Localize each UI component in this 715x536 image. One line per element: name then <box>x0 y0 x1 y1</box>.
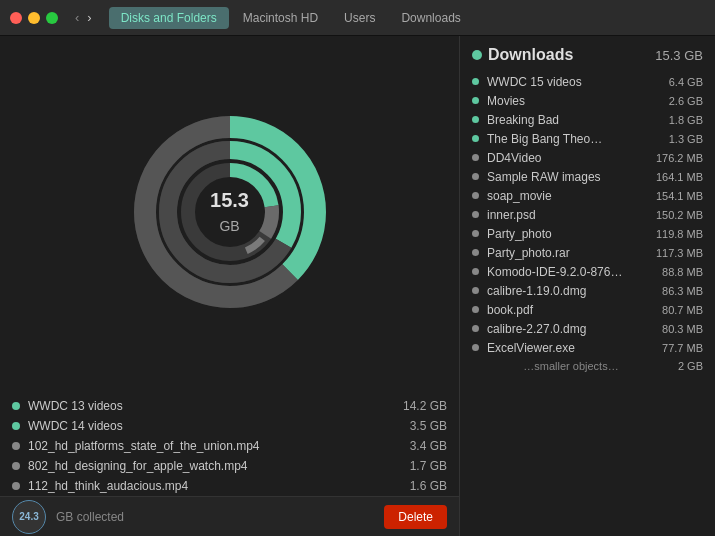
maximize-button[interactable] <box>46 12 58 24</box>
nav-arrows: ‹ › <box>72 10 95 25</box>
right-item-list: WWDC 15 videos 6.4 GB Movies 2.6 GB Brea… <box>472 72 703 375</box>
right-list-item[interactable]: calibre-2.27.0.dmg 80.3 MB <box>472 319 703 338</box>
list-item[interactable]: WWDC 14 videos 3.5 GB <box>12 416 447 436</box>
svg-point-10 <box>472 50 482 60</box>
item-name: inner.psd <box>487 208 648 222</box>
item-bullet <box>472 230 479 237</box>
main-content: 15.3 GB WWDC 13 videos 14.2 GB WWDC 14 v… <box>0 36 715 536</box>
item-size: 3.4 GB <box>410 439 447 453</box>
tab-downloads[interactable]: Downloads <box>389 7 472 29</box>
item-size: 6.4 GB <box>669 76 703 88</box>
item-name: 112_hd_think_audacious.mp4 <box>28 479 402 493</box>
titlebar: ‹ › Disks and Folders Macintosh HD Users… <box>0 0 715 36</box>
right-list-item[interactable]: WWDC 15 videos 6.4 GB <box>472 72 703 91</box>
item-size: 154.1 MB <box>656 190 703 202</box>
item-bullet <box>472 116 479 123</box>
item-size: 119.8 MB <box>656 228 703 240</box>
right-list-item[interactable]: Movies 2.6 GB <box>472 91 703 110</box>
right-list-item[interactable]: book.pdf 80.7 MB <box>472 300 703 319</box>
right-list-item[interactable]: Breaking Bad 1.8 GB <box>472 110 703 129</box>
right-list-item[interactable]: ExcelViewer.exe 77.7 MB <box>472 338 703 357</box>
item-size: 2.6 GB <box>669 95 703 107</box>
item-name: ExcelViewer.exe <box>487 341 654 355</box>
chart-area: 15.3 GB <box>0 36 459 388</box>
list-item[interactable]: 112_hd_think_audacious.mp4 1.6 GB <box>12 476 447 496</box>
right-list-item[interactable]: Sample RAW images 164.1 MB <box>472 167 703 186</box>
right-list-item[interactable]: Party_photo 119.8 MB <box>472 224 703 243</box>
item-name: 802_hd_designing_for_apple_watch.mp4 <box>28 459 402 473</box>
item-bullet <box>472 344 479 351</box>
smaller-objects-label: …smaller objects… <box>472 360 670 372</box>
back-arrow[interactable]: ‹ <box>72 10 82 25</box>
item-name: WWDC 15 videos <box>487 75 661 89</box>
item-name: DD4Video <box>487 151 648 165</box>
item-name: soap_movie <box>487 189 648 203</box>
minimize-button[interactable] <box>28 12 40 24</box>
left-panel: 15.3 GB WWDC 13 videos 14.2 GB WWDC 14 v… <box>0 36 460 536</box>
tab-macintosh-hd[interactable]: Macintosh HD <box>231 7 330 29</box>
item-name: book.pdf <box>487 303 654 317</box>
item-size: 176.2 MB <box>656 152 703 164</box>
right-panel-title-text: Downloads <box>488 46 573 64</box>
item-size: 1.7 GB <box>410 459 447 473</box>
collected-label: GB collected <box>56 510 124 524</box>
tab-disks-and-folders[interactable]: Disks and Folders <box>109 7 229 29</box>
item-size: 1.3 GB <box>669 133 703 145</box>
smaller-objects-row[interactable]: …smaller objects… 2 GB <box>472 357 703 375</box>
item-bullet <box>12 422 20 430</box>
item-bullet <box>472 211 479 218</box>
item-bullet <box>472 287 479 294</box>
item-bullet <box>472 306 479 313</box>
close-button[interactable] <box>10 12 22 24</box>
right-list-item[interactable]: calibre-1.19.0.dmg 86.3 MB <box>472 281 703 300</box>
item-bullet <box>472 249 479 256</box>
item-name: Komodo-IDE-9.2.0-876… <box>487 265 654 279</box>
downloads-dot-icon <box>472 50 482 60</box>
delete-button[interactable]: Delete <box>384 505 447 529</box>
item-size: 88.8 MB <box>662 266 703 278</box>
item-bullet <box>472 135 479 142</box>
item-size: 14.2 GB <box>403 399 447 413</box>
item-name: Sample RAW images <box>487 170 648 184</box>
list-item[interactable]: 802_hd_designing_for_apple_watch.mp4 1.7… <box>12 456 447 476</box>
item-size: 86.3 MB <box>662 285 703 297</box>
item-bullet <box>12 442 20 450</box>
item-size: 150.2 MB <box>656 209 703 221</box>
right-list-item[interactable]: Komodo-IDE-9.2.0-876… 88.8 MB <box>472 262 703 281</box>
item-size: 1.6 GB <box>410 479 447 493</box>
item-name: 102_hd_platforms_state_of_the_union.mp4 <box>28 439 402 453</box>
item-name: WWDC 13 videos <box>28 399 395 413</box>
smaller-objects-size: 2 GB <box>678 360 703 372</box>
right-list-item[interactable]: soap_movie 154.1 MB <box>472 186 703 205</box>
right-panel-header: Downloads 15.3 GB <box>472 46 703 64</box>
traffic-lights <box>10 12 58 24</box>
right-list-item[interactable]: Party_photo.rar 117.3 MB <box>472 243 703 262</box>
item-bullet <box>12 402 20 410</box>
item-size: 117.3 MB <box>656 247 703 259</box>
donut-chart: 15.3 GB <box>120 102 340 322</box>
list-item[interactable]: WWDC 13 videos 14.2 GB <box>12 396 447 416</box>
item-size: 1.8 GB <box>669 114 703 126</box>
item-size: 80.7 MB <box>662 304 703 316</box>
item-bullet <box>472 192 479 199</box>
tab-users[interactable]: Users <box>332 7 387 29</box>
item-size: 77.7 MB <box>662 342 703 354</box>
item-bullet <box>12 482 20 490</box>
item-name: Party_photo.rar <box>487 246 648 260</box>
right-list-item[interactable]: inner.psd 150.2 MB <box>472 205 703 224</box>
right-list-item[interactable]: The Big Bang Theo… 1.3 GB <box>472 129 703 148</box>
bottom-bar: 24.3 GB collected Delete <box>0 496 459 536</box>
item-name: Breaking Bad <box>487 113 661 127</box>
item-size: 3.5 GB <box>410 419 447 433</box>
item-name: calibre-2.27.0.dmg <box>487 322 654 336</box>
item-name: The Big Bang Theo… <box>487 132 661 146</box>
right-panel: Downloads 15.3 GB WWDC 15 videos 6.4 GB … <box>460 36 715 536</box>
item-bullet <box>472 173 479 180</box>
list-item[interactable]: 102_hd_platforms_state_of_the_union.mp4 … <box>12 436 447 456</box>
forward-arrow[interactable]: › <box>84 10 94 25</box>
right-list-item[interactable]: DD4Video 176.2 MB <box>472 148 703 167</box>
item-size: 80.3 MB <box>662 323 703 335</box>
chart-center-label: 15.3 GB <box>210 188 249 236</box>
item-bullet <box>472 268 479 275</box>
right-panel-total-size: 15.3 GB <box>655 48 703 63</box>
